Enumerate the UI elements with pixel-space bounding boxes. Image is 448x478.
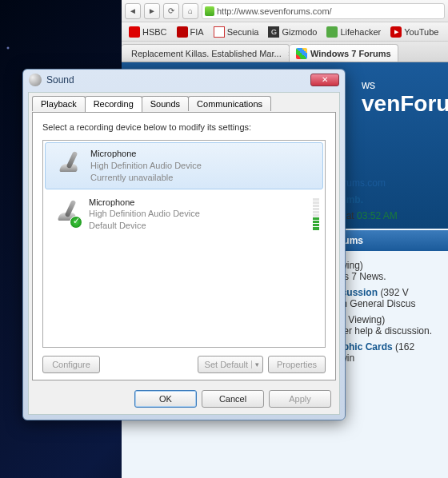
bookmark-fia[interactable]: FIA bbox=[173, 26, 208, 38]
microphone-icon bbox=[50, 197, 82, 229]
fia-icon bbox=[177, 26, 188, 38]
device-list[interactable]: Microphone High Definition Audio Device … bbox=[42, 140, 326, 348]
bookmark-gizmodo[interactable]: GGizmodo bbox=[264, 26, 321, 38]
dialog-body: Playback Recording Sounds Communications… bbox=[28, 92, 340, 415]
level-meter bbox=[313, 198, 319, 230]
configure-button[interactable]: Configure bbox=[42, 356, 100, 373]
home-button[interactable]: ⌂ bbox=[182, 3, 198, 19]
browser-toolbar: ◄ ► ⟳ ⌂ http://www.sevenforums.com/ bbox=[122, 0, 448, 22]
browser-tabs: Replacement Killas. Established Mar...× … bbox=[122, 42, 448, 62]
lifehacker-icon bbox=[326, 26, 338, 38]
instruction-text: Select a recording device below to modif… bbox=[42, 122, 326, 132]
address-bar[interactable]: http://www.sevenforums.com/ bbox=[202, 3, 445, 19]
bookmark-hsbc[interactable]: HSBC bbox=[125, 26, 171, 38]
default-check-icon bbox=[70, 216, 82, 229]
reload-button[interactable]: ⟳ bbox=[163, 3, 179, 19]
device-status: Currently unavailable bbox=[90, 172, 202, 184]
tab-communications[interactable]: Communications bbox=[188, 96, 271, 111]
apply-button[interactable]: Apply bbox=[269, 390, 331, 408]
gizmodo-icon: G bbox=[268, 26, 279, 38]
ok-button[interactable]: OK bbox=[134, 390, 197, 408]
bookmarks-bar: HSBC FIA Secunia GGizmodo Lifehacker ▶Yo… bbox=[122, 22, 448, 42]
secunia-icon bbox=[214, 26, 225, 38]
youtube-icon: ▶ bbox=[390, 26, 402, 38]
back-button[interactable]: ◄ bbox=[125, 3, 141, 19]
device-desc: High Definition Audio Device bbox=[90, 160, 202, 172]
tab-replacement-killas[interactable]: Replacement Killas. Established Mar...× bbox=[122, 44, 290, 62]
sound-icon bbox=[29, 74, 42, 86]
device-desc: High Definition Audio Device bbox=[89, 208, 200, 220]
dialog-title-text: Sound bbox=[46, 74, 74, 86]
set-default-button[interactable]: Set Default bbox=[198, 356, 263, 373]
hsbc-icon bbox=[129, 26, 140, 38]
bookmark-lifehacker[interactable]: Lifehacker bbox=[322, 26, 385, 38]
cancel-button[interactable]: Cancel bbox=[202, 390, 264, 408]
forward-button[interactable]: ► bbox=[144, 3, 160, 19]
dialog-titlebar[interactable]: Sound ✕ bbox=[24, 70, 344, 90]
device-microphone-default[interactable]: Microphone High Definition Audio Device … bbox=[43, 191, 325, 238]
tab-windows-7-forums[interactable]: Windows 7 Forums bbox=[290, 44, 398, 62]
bookmark-youtube[interactable]: ▶YouTube bbox=[386, 26, 442, 38]
bookmark-secunia[interactable]: Secunia bbox=[210, 26, 263, 38]
device-microphone-unavailable[interactable]: Microphone High Definition Audio Device … bbox=[45, 142, 323, 189]
panel-buttons: Configure Set Default Properties bbox=[42, 356, 326, 373]
device-name: Microphone bbox=[90, 148, 202, 160]
tab-sounds[interactable]: Sounds bbox=[142, 96, 189, 111]
device-status: Default Device bbox=[89, 220, 200, 232]
tab-recording[interactable]: Recording bbox=[85, 96, 142, 112]
properties-button[interactable]: Properties bbox=[268, 356, 326, 373]
tab-playback[interactable]: Playback bbox=[32, 96, 86, 111]
recording-panel: Select a recording device below to modif… bbox=[32, 112, 336, 380]
windows-icon bbox=[296, 48, 307, 59]
address-text: http://www.sevenforums.com/ bbox=[217, 6, 332, 16]
sound-dialog: Sound ✕ Playback Recording Sounds Commun… bbox=[22, 69, 346, 420]
microphone-icon bbox=[52, 148, 84, 180]
dialog-tabs: Playback Recording Sounds Communications bbox=[29, 93, 339, 111]
dialog-footer: OK Cancel Apply bbox=[29, 384, 339, 414]
close-button[interactable]: ✕ bbox=[310, 74, 339, 86]
device-name: Microphone bbox=[89, 197, 200, 209]
